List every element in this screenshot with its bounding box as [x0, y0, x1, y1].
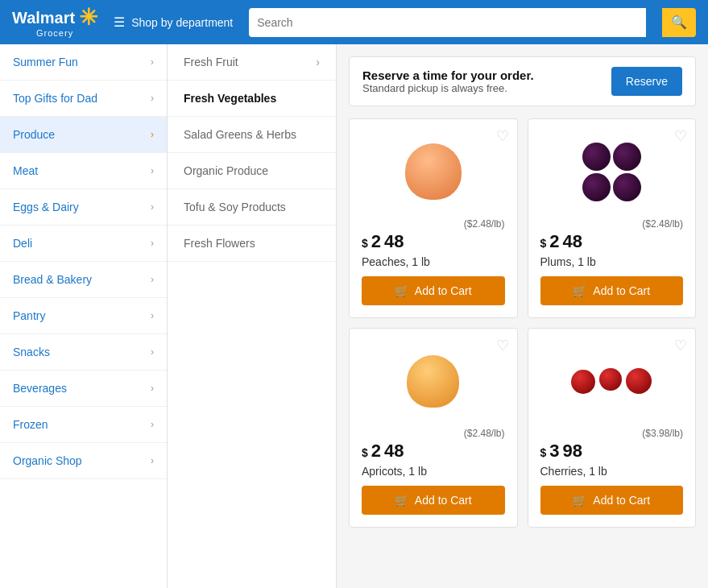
apricot-image	[407, 355, 459, 408]
hamburger-icon: ☰	[114, 14, 125, 30]
favorite-icon[interactable]: ♡	[496, 337, 509, 354]
submenu-item-fresh-vegetables[interactable]: Fresh Vegetables	[168, 81, 336, 117]
product-card-cherries: ♡ ($3.98/lb) $ 3 98 Cherries, 1 lb	[528, 328, 697, 528]
price-dollars: 2	[371, 231, 381, 252]
produce-submenu: Fresh Fruit › Fresh Vegetables Salad Gre…	[168, 44, 337, 588]
sidebar-label: Organic Shop	[13, 454, 82, 467]
search-icon: 🔍	[671, 14, 687, 30]
product-price: $ 3 98	[540, 441, 684, 462]
sidebar-label: Bread & Bakery	[13, 273, 92, 286]
sidebar-item-eggs-dairy[interactable]: Eggs & Dairy ›	[0, 189, 167, 226]
chevron-right-icon: ›	[151, 310, 154, 321]
submenu-item-fresh-fruit[interactable]: Fresh Fruit ›	[168, 44, 336, 81]
dollar-sign: $	[362, 446, 368, 459]
chevron-right-icon: ›	[151, 238, 154, 249]
product-name: Plums, 1 lb	[540, 255, 596, 268]
submenu-label: Tofu & Soy Products	[184, 201, 286, 213]
submenu-label: Fresh Vegetables	[184, 92, 276, 105]
favorite-icon[interactable]: ♡	[674, 127, 687, 145]
sidebar-item-organic-shop[interactable]: Organic Shop ›	[0, 443, 167, 479]
shop-by-department-button[interactable]: ☰ Shop by department	[114, 14, 233, 30]
price-per-lb: ($2.48/lb)	[362, 428, 505, 439]
chevron-right-icon: ›	[151, 93, 154, 104]
shop-dept-label: Shop by department	[131, 16, 233, 29]
add-to-cart-label: Add to Cart	[593, 494, 650, 507]
favorite-icon[interactable]: ♡	[674, 337, 687, 354]
content-area: Reserve a time for your order. Standard …	[337, 44, 708, 588]
sidebar-item-beverages[interactable]: Beverages ›	[0, 371, 167, 407]
submenu-label: Fresh Fruit	[184, 56, 238, 68]
sidebar-label: Eggs & Dairy	[13, 201, 79, 213]
product-price: $ 2 48	[362, 231, 505, 252]
reserve-button[interactable]: Reserve	[611, 67, 682, 96]
price-cents: 48	[563, 231, 582, 252]
sidebar-label: Produce	[13, 128, 55, 141]
add-to-cart-button[interactable]: 🛒 Add to Cart	[540, 486, 684, 515]
sidebar-item-pantry[interactable]: Pantry ›	[0, 298, 167, 334]
chevron-right-icon: ›	[151, 274, 154, 285]
sidebar-item-meat[interactable]: Meat ›	[0, 153, 167, 189]
sidebar-item-produce[interactable]: Produce ›	[0, 117, 167, 153]
chevron-right-icon: ›	[151, 56, 154, 68]
favorite-icon[interactable]: ♡	[496, 127, 509, 145]
submenu-label: Organic Produce	[184, 164, 268, 177]
sidebar-label: Pantry	[13, 309, 45, 322]
submenu-item-salad-greens[interactable]: Salad Greens & Herbs	[168, 117, 336, 153]
grocery-label: Grocery	[36, 29, 73, 38]
chevron-right-icon: ›	[151, 419, 154, 430]
sidebar: Summer Fun › Top Gifts for Dad › Produce…	[0, 44, 168, 588]
add-to-cart-label: Add to Cart	[415, 284, 472, 297]
main-content: Summer Fun › Top Gifts for Dad › Produce…	[0, 44, 708, 588]
submenu-item-organic-produce[interactable]: Organic Produce	[168, 153, 336, 189]
price-cents: 48	[384, 231, 404, 252]
add-to-cart-button[interactable]: 🛒 Add to Cart	[362, 276, 505, 305]
product-image	[393, 341, 474, 421]
price-per-lb: ($2.48/lb)	[540, 218, 684, 230]
product-image	[571, 131, 652, 212]
reserve-banner: Reserve a time for your order. Standard …	[349, 56, 696, 106]
dollar-sign: $	[540, 237, 547, 250]
sidebar-label: Deli	[13, 237, 32, 250]
search-button[interactable]: 🔍	[662, 8, 696, 37]
add-to-cart-button[interactable]: 🛒 Add to Cart	[362, 486, 505, 515]
price-cents: 98	[563, 441, 582, 462]
price-cents: 48	[384, 441, 404, 462]
chevron-right-icon: ›	[151, 165, 154, 176]
product-card-peaches: ♡ ($2.48/lb) $ 2 48 Peaches, 1 lb 🛒 Add …	[349, 118, 518, 318]
add-to-cart-label: Add to Cart	[415, 494, 472, 507]
sidebar-item-bread-bakery[interactable]: Bread & Bakery ›	[0, 262, 167, 298]
reserve-text: Reserve a time for your order. Standard …	[362, 68, 534, 94]
cart-icon: 🛒	[395, 494, 408, 507]
add-to-cart-button[interactable]: 🛒 Add to Cart	[540, 276, 684, 305]
sidebar-label: Beverages	[13, 382, 67, 395]
sidebar-item-summer-fun[interactable]: Summer Fun ›	[0, 44, 167, 81]
search-input[interactable]	[257, 16, 638, 29]
submenu-label: Salad Greens & Herbs	[184, 128, 296, 141]
price-per-lb: ($2.48/lb)	[362, 218, 505, 230]
product-price: $ 2 48	[362, 441, 505, 462]
cherry-image	[571, 368, 652, 394]
product-grid: ♡ ($2.48/lb) $ 2 48 Peaches, 1 lb 🛒 Add …	[349, 118, 696, 528]
sidebar-item-frozen[interactable]: Frozen ›	[0, 407, 167, 443]
price-dollars: 2	[371, 441, 381, 462]
submenu-item-tofu-soy[interactable]: Tofu & Soy Products	[168, 189, 336, 226]
cart-icon: 🛒	[573, 494, 586, 507]
product-image	[571, 341, 652, 421]
product-price: $ 2 48	[540, 231, 684, 252]
price-per-lb: ($3.98/lb)	[540, 428, 684, 439]
sidebar-item-snacks[interactable]: Snacks ›	[0, 334, 167, 371]
cart-icon: 🛒	[573, 284, 586, 297]
product-name: Cherries, 1 lb	[540, 465, 607, 478]
sidebar-item-top-gifts[interactable]: Top Gifts for Dad ›	[0, 81, 167, 117]
plum-image	[575, 143, 648, 201]
sidebar-item-deli[interactable]: Deli ›	[0, 226, 167, 262]
submenu-item-fresh-flowers[interactable]: Fresh Flowers	[168, 226, 336, 262]
chevron-right-icon: ›	[151, 455, 154, 466]
sidebar-label: Summer Fun	[13, 56, 78, 68]
reserve-subtitle: Standard pickup is always free.	[362, 82, 534, 94]
sidebar-label: Frozen	[13, 418, 48, 431]
sidebar-label: Top Gifts for Dad	[13, 92, 97, 105]
peach-image	[405, 143, 462, 200]
spark-icon: ✳	[79, 6, 97, 29]
sidebar-label: Meat	[13, 164, 38, 177]
